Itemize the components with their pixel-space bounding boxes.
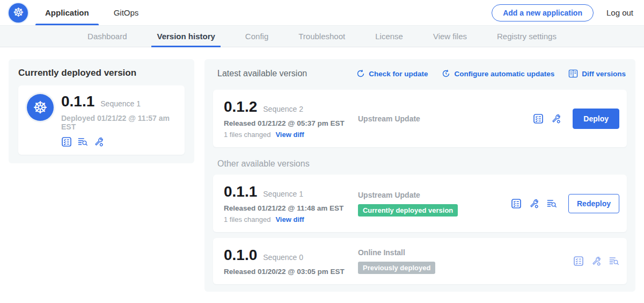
version-number: 0.1.1 (224, 183, 257, 200)
sequence-label: Sequence 1 (263, 190, 303, 198)
diff-versions-link[interactable]: Diff versions (568, 69, 626, 78)
deployed-panel-title: Currently deployed version (18, 68, 185, 78)
tab-application[interactable]: Application (42, 0, 92, 25)
kubernetes-app-icon: ☸ (27, 94, 54, 121)
deployed-sequence-label: Sequence 1 (100, 99, 141, 108)
available-versions-panel: Latest available version Check for updat… (204, 59, 635, 292)
currently-deployed-badge: Currently deployed version (358, 204, 458, 217)
schedule-refresh-icon (442, 69, 450, 78)
tab-config[interactable]: Config (240, 26, 274, 47)
tab-troubleshoot[interactable]: Troubleshoot (293, 26, 350, 47)
previously-deployed-badge: Previously deployed (358, 262, 435, 274)
logout-button[interactable]: Log out (606, 8, 636, 17)
tab-registry-settings[interactable]: Registry settings (492, 26, 562, 47)
release-notes-icon[interactable] (511, 198, 522, 209)
deployed-version-number: 0.1.1 (61, 93, 94, 110)
view-config-icon[interactable] (591, 256, 602, 266)
currently-deployed-panel: Currently deployed version ☸ 0.1.1 Seque… (9, 59, 194, 163)
deployed-timestamp: Deployed 01/21/22 @ 11:57 am EST (61, 114, 176, 131)
files-changed-label: 1 files changed (224, 131, 270, 139)
other-versions-title: Other available versions (217, 159, 627, 169)
tab-dashboard[interactable]: Dashboard (82, 26, 132, 47)
version-source-label: Upstream Update (358, 114, 511, 123)
add-application-button[interactable]: Add a new application (492, 4, 594, 21)
diff-icon (568, 69, 578, 78)
app-sub-nav: Dashboard Version history Config Trouble… (0, 25, 644, 47)
version-number: 0.1.2 (224, 98, 257, 116)
edit-config-icon[interactable] (551, 113, 561, 124)
deployed-version-card: ☸ 0.1.1 Sequence 1 Deployed 01/21/22 @ 1… (18, 85, 185, 155)
release-notes-icon[interactable] (533, 113, 544, 124)
kubernetes-logo-icon: ☸ (9, 3, 28, 23)
edit-config-icon[interactable] (529, 198, 539, 209)
version-card: 0.1.2 Sequence 2 Released 01/21/22 @ 05:… (213, 90, 627, 147)
files-changed-label: 1 files changed (224, 215, 270, 223)
latest-available-title: Latest available version (217, 69, 307, 78)
sequence-label: Sequence 2 (263, 105, 303, 113)
top-nav: ☸ Application GitOps Add a new applicati… (0, 0, 644, 25)
refresh-icon (356, 69, 365, 78)
deploy-button[interactable]: Deploy (573, 109, 619, 129)
tab-version-history[interactable]: Version history (151, 26, 220, 47)
release-notes-icon[interactable] (61, 136, 72, 147)
view-logs-icon[interactable] (77, 136, 88, 147)
check-for-update-link[interactable]: Check for update (356, 69, 428, 78)
release-notes-icon[interactable] (573, 256, 584, 266)
redeploy-button[interactable]: Redeploy (568, 194, 619, 213)
version-card: 0.1.0 Sequence 0 Released 01/20/22 @ 03:… (213, 238, 627, 284)
edit-config-icon[interactable] (93, 136, 104, 147)
sequence-label: Sequence 0 (263, 253, 303, 262)
released-timestamp: Released 01/21/22 @ 05:37 pm EST (224, 119, 358, 127)
view-logs-icon[interactable] (546, 198, 557, 209)
released-timestamp: Released 01/21/22 @ 11:48 am EST (224, 204, 358, 212)
released-timestamp: Released 01/20/22 @ 03:05 pm EST (224, 268, 358, 276)
version-source-label: Upstream Update (358, 191, 511, 199)
tab-view-files[interactable]: View files (428, 26, 472, 47)
version-source-label: Online Install (358, 248, 511, 257)
tab-gitops[interactable]: GitOps (111, 0, 142, 25)
view-diff-link[interactable]: View diff (275, 215, 304, 223)
view-logs-icon[interactable] (609, 256, 619, 266)
version-number: 0.1.0 (224, 247, 257, 264)
app-logo: ☸ (9, 0, 28, 25)
top-tab-bar: Application GitOps (42, 0, 142, 25)
tab-license[interactable]: License (370, 26, 408, 47)
version-card: 0.1.1 Sequence 1 Released 01/21/22 @ 11:… (213, 175, 627, 232)
view-diff-link[interactable]: View diff (275, 131, 304, 139)
configure-automatic-updates-link[interactable]: Configure automatic updates (442, 69, 554, 78)
